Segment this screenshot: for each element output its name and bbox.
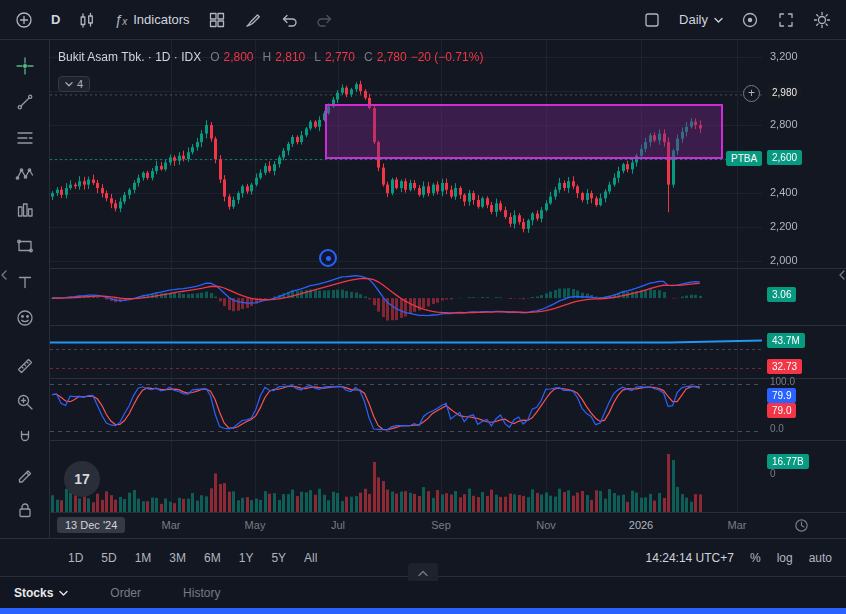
clock-timezone[interactable]: 14:24:14 UTC+7: [646, 551, 734, 565]
sun-icon: [813, 11, 831, 29]
draw-mode-tool[interactable]: [7, 456, 43, 492]
trend-line-icon: [15, 92, 35, 112]
ohlc-open-label: O: [210, 50, 219, 64]
crosshair-tool[interactable]: [7, 48, 43, 84]
lock-all-tool[interactable]: [7, 492, 43, 528]
auto-scale-toggle[interactable]: auto: [809, 551, 832, 565]
range-5d[interactable]: 5D: [101, 551, 116, 565]
undo-button[interactable]: [273, 7, 305, 33]
range-all[interactable]: All: [304, 551, 317, 565]
zoom-tool[interactable]: [7, 384, 43, 420]
top-toolbar: D ƒx Indicators Daily: [0, 0, 846, 40]
symbol-search-button[interactable]: [8, 7, 40, 33]
candlestick-icon: [78, 11, 96, 29]
range-1d[interactable]: 1D: [68, 551, 83, 565]
macd-pane-canvas[interactable]: [50, 269, 762, 325]
add-alert-plus-icon[interactable]: +: [743, 85, 760, 102]
ohlc-open-value: 2,800: [224, 50, 254, 64]
volume-ma-pane: [50, 325, 846, 378]
range-3m[interactable]: 3M: [169, 551, 186, 565]
volume-ma-pane-canvas[interactable]: [50, 326, 762, 378]
time-axis[interactable]: 13 Dec '24 Mar May Jul Sep Nov 2026 Mar: [50, 512, 846, 538]
price-tick: 2,800: [770, 118, 798, 130]
pattern-tool[interactable]: [7, 156, 43, 192]
fx-icon: ƒx: [114, 12, 127, 28]
bars-pattern-icon: [15, 200, 35, 220]
ohlc-high-value: 2,810: [275, 50, 305, 64]
percent-scale-toggle[interactable]: %: [750, 551, 761, 565]
snapshot-target-button[interactable]: [734, 7, 766, 33]
timeframe-label: Daily: [679, 12, 708, 27]
rectangle-icon: [15, 236, 35, 256]
tab-stocks[interactable]: Stocks: [14, 586, 68, 600]
volume-zero-tick: 0: [770, 468, 776, 479]
brush-button[interactable]: [237, 7, 269, 33]
ptba-price-badge: 2,600: [767, 150, 802, 165]
target-icon: [741, 11, 759, 29]
ohlc-close-label: C: [364, 50, 373, 64]
magnet-tool[interactable]: [7, 420, 43, 456]
macd-value-badge: 3.06: [767, 287, 796, 302]
fib-lines-icon: [15, 128, 35, 148]
indicators-button[interactable]: ƒx Indicators: [107, 8, 196, 32]
measure-tool[interactable]: [7, 348, 43, 384]
price-tick: 2,000: [770, 254, 798, 266]
object-tree-collapse[interactable]: 4: [58, 76, 90, 92]
stoch-lower-tick: 0.0: [770, 423, 784, 434]
tab-history[interactable]: History: [183, 586, 220, 600]
chevron-up-icon: [418, 570, 428, 577]
stoch-upper-tick: 100.0: [770, 376, 795, 387]
time-axis-settings-icon[interactable]: [794, 518, 809, 535]
trend-line-tool[interactable]: [7, 84, 43, 120]
stochastic-pane-canvas[interactable]: [50, 379, 762, 440]
emoji-tool[interactable]: [7, 300, 43, 336]
fullscreen-button[interactable]: [770, 7, 802, 33]
chevron-down-icon: [59, 590, 68, 596]
stochastic-pane: [50, 378, 846, 440]
tab-order[interactable]: Order: [110, 586, 141, 600]
timeframe-select[interactable]: Daily: [672, 8, 730, 31]
panel-expand-handle[interactable]: [408, 563, 438, 581]
text-tool[interactable]: [7, 264, 43, 300]
price-tick: 2,400: [770, 186, 798, 198]
symbol-legend[interactable]: Bukit Asam Tbk. · 1D · IDX O 2,800 H 2,8…: [58, 50, 483, 64]
ohlc-high-label: H: [263, 50, 272, 64]
fib-retracement-tool[interactable]: [7, 120, 43, 156]
chart-type-button[interactable]: [71, 7, 103, 33]
time-tick: May: [245, 519, 266, 531]
goto-date-badge[interactable]: 13 Dec '24: [57, 517, 125, 533]
ohlc-close-value: 2,780: [377, 50, 407, 64]
event-marker-icon[interactable]: [319, 249, 337, 267]
stocks-label: Stocks: [14, 586, 53, 600]
layout-square-icon: [643, 11, 661, 29]
fullscreen-icon: [777, 11, 795, 29]
volume-pane-canvas[interactable]: [50, 441, 762, 512]
forecast-tool[interactable]: [7, 192, 43, 228]
mfi-value-badge: 32.73: [767, 359, 802, 374]
indicators-label: Indicators: [133, 12, 189, 27]
text-icon: [15, 272, 35, 292]
time-tick: Sep: [431, 519, 451, 531]
interval-button[interactable]: D: [44, 8, 67, 31]
rectangle-drawing[interactable]: [325, 104, 723, 159]
symbol-title[interactable]: Bukit Asam Tbk. · 1D · IDX: [58, 50, 201, 64]
grid-layout-button[interactable]: [201, 7, 233, 33]
open-right-panel-chevron[interactable]: [839, 266, 845, 284]
volume-ma-badge: 43.7M: [767, 333, 805, 348]
crosshair-icon: [15, 56, 35, 76]
range-5y[interactable]: 5Y: [271, 551, 286, 565]
price-tick: 3,200: [770, 50, 798, 62]
log-scale-toggle[interactable]: log: [777, 551, 793, 565]
range-1m[interactable]: 1M: [135, 551, 152, 565]
range-1y[interactable]: 1Y: [239, 551, 254, 565]
range-6m[interactable]: 6M: [204, 551, 221, 565]
layout-select-button[interactable]: [636, 7, 668, 33]
shapes-tool[interactable]: [7, 228, 43, 264]
price-axis[interactable]: 3,200 2,980 2,800 2,600 2,400 2,200 2,00…: [762, 40, 846, 512]
theme-toggle-button[interactable]: [806, 7, 838, 33]
grid-icon: [208, 11, 226, 29]
redo-button[interactable]: [309, 7, 341, 33]
collapse-left-toolbar-chevron[interactable]: [1, 266, 7, 284]
emoji-icon: [15, 308, 35, 328]
time-tick: Mar: [728, 519, 747, 531]
